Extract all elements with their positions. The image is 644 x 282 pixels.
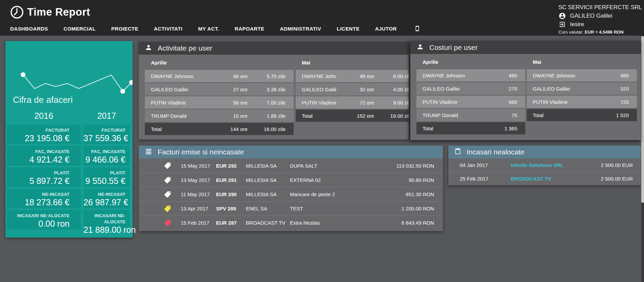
month-label: Aprilie [151, 60, 294, 65]
days-value: 9.00 zile [374, 100, 409, 106]
invoice-client: MILLESIA SA [246, 163, 290, 169]
stat-value: 21 889.00 ron [83, 225, 125, 235]
days-value: 18.00 zile [248, 126, 286, 132]
total-row: Total1 520 [527, 109, 637, 121]
days-value: 5.75 zile [248, 73, 286, 79]
activitate-pe-user-panel: Activitate pe user AprilieDWAYNE Johnson… [139, 42, 409, 139]
hours-value: 56 ore [210, 100, 248, 106]
user-row: PUTIN Vladimir720 [527, 96, 637, 108]
invoice-row[interactable]: 15 May 2017EUR 292MILLESIA SADUPA SALT11… [139, 158, 443, 173]
stat-label: FAC, INCASATE [35, 149, 70, 154]
user-row: PUTIN Vladimir560 [416, 96, 525, 108]
user-row: GALILEO Galilei270 [416, 82, 525, 95]
invoice-client: MILLESIA SA [246, 177, 290, 183]
costuri-panel-header: Costuri pe user [410, 41, 641, 54]
tag-icon [164, 176, 173, 184]
nav-item-rapoarte[interactable]: RAPOARTE [235, 26, 264, 32]
days-value: 3.38 zile [248, 87, 286, 92]
time-report-dashboard: Time Report DASHBOARDSCOMERCIALPROIECTEA… [0, 0, 644, 282]
nav-item-licente[interactable]: LICENTE [337, 26, 359, 32]
hours-value: 32 ore [336, 87, 374, 92]
cost-value: 460 [476, 73, 517, 78]
exchange-prefix: Curs valutar: [559, 30, 584, 35]
stat-label: INCASARI NE-ALOCATE [17, 213, 70, 218]
user-name: GALILEO Galilei [423, 86, 476, 92]
month-label: Aprilie [423, 59, 525, 65]
scrollbar-thumb[interactable] [641, 36, 644, 203]
receipt-date: 04 Jan 2017 [460, 162, 511, 168]
nav-item-ajutor[interactable]: AJUTOR [375, 26, 397, 32]
stat-value: 37 559.36 € [83, 133, 125, 143]
invoice-row[interactable]: 13 May 2017EUR 291MILLESIA SAEXTERNA 029… [139, 173, 443, 187]
invoice-date: 13 May 2017 [181, 177, 216, 183]
main-nav: DASHBOARDSCOMERCIALPROIECTEACTIVITATIMY … [10, 24, 420, 33]
user-row: GALILEO Galilei320 [527, 82, 637, 95]
month-label: Mai [533, 59, 637, 65]
user-row: DWAYNE Johnson480 [527, 69, 637, 81]
invoice-date: 15 Feb 2017 [181, 220, 216, 226]
hours-value: 72 ore [336, 100, 374, 106]
invoice-date: 11 May 2017 [181, 191, 216, 197]
stat-label: FAC, INCASATE [91, 149, 125, 154]
nav-item-comercial[interactable]: COMERCIAL [64, 26, 96, 32]
cost-value: 320 [588, 86, 629, 92]
clock-icon [9, 5, 24, 20]
receipt-client-link[interactable]: BROADCAST TV [511, 176, 575, 182]
receipt-client-link[interactable]: Infinite Solutions SRL [511, 162, 575, 168]
stat-value: 5 897.72 € [7, 176, 70, 186]
cifra-de-afaceri-card: Cifra de afaceri 2016 2017 FACTURAT23 19… [5, 41, 133, 238]
user-name: Total [533, 112, 588, 118]
month-column-mai: MaiDWAYNE Johnson480GALILEO Galilei320PU… [527, 54, 637, 122]
hours-value: 46 ore [210, 73, 248, 79]
company-name: SC SERVICII PERFERCTE SRL [559, 3, 642, 12]
mobile-phone-icon[interactable] [414, 24, 420, 33]
receipt-row: 25 Feb 2017BROADCAST TV2 500.00 EUR [448, 172, 641, 185]
month-column-mai: MaiDWAYNE Johnson48 ore6.00 zileGALILEO … [296, 55, 409, 123]
month-column-aprilie: AprilieDWAYNE Johnson460GALILEO Galilei2… [416, 54, 525, 135]
nav-item-proiecte[interactable]: PROIECTE [111, 26, 138, 32]
activitate-title: Activitate pe user [158, 44, 212, 52]
facturi-panel: Facturi emise si neincasate 15 May 2017E… [139, 146, 443, 231]
stat-label: NE-INCASAT [42, 192, 70, 197]
facturi-panel-header: Facturi emise si neincasate [139, 146, 443, 158]
nav-item-dashboards[interactable]: DASHBOARDS [10, 26, 48, 32]
logout-link[interactable]: Iesire [559, 20, 642, 29]
user-row: TRUMP Donald75 [416, 109, 525, 121]
invoice-amount: 851.30 RON [373, 191, 434, 197]
invoice-description: DUPA SALT [290, 163, 373, 169]
stat-label: PLATIT [54, 170, 70, 175]
cost-value: 1 365 [476, 126, 517, 131]
cifra-cell-2017: NE-INCASAT26 987.97 € [83, 189, 130, 208]
app-logo: Time Report [9, 5, 90, 20]
invoice-number: SPV 289 [216, 206, 246, 211]
exit-icon [559, 21, 566, 28]
invoice-row[interactable]: 11 May 2017EUR 290MILLESIA SAMancare de … [139, 187, 443, 201]
user-name: TRUMP Donald [151, 113, 210, 119]
stat-value: 18 273.66 € [7, 198, 70, 207]
activitate-panel-header: Activitate pe user [139, 42, 409, 55]
invoice-row[interactable]: 15 Feb 2017EUR 287BROADCAST TVExtra Nico… [139, 215, 443, 230]
user-name: Total [302, 113, 336, 119]
nav-item-administrativ[interactable]: ADMINISTRATIV [280, 26, 321, 32]
nav-item-activitati[interactable]: ACTIVITATI [154, 26, 182, 32]
cost-value: 480 [588, 73, 629, 78]
user-name: DWAYNE Johnson [533, 73, 588, 78]
nav-items: DASHBOARDSCOMERCIALPROIECTEACTIVITATIMY … [10, 26, 397, 32]
hours-value: 152 ore [336, 113, 374, 119]
cifra-stats-grid: FACTURAT23 195.08 €FACTURAT37 559.36 €FA… [5, 125, 133, 230]
app-title: Time Report [27, 6, 90, 18]
hours-value: 27 ore [210, 87, 248, 92]
clipboard-icon [454, 148, 461, 156]
user-menu[interactable]: GALILEO Galilei [559, 12, 642, 20]
cifra-years: 2016 2017 [5, 111, 133, 121]
receipt-amount: 2 500.00 EUR [575, 176, 633, 182]
invoice-description: Mancare de peste 2 [290, 191, 373, 197]
hours-value: 48 ore [336, 73, 374, 79]
invoice-row[interactable]: 13 Apr 2017SPV 289ENEL SATEST1 200.00 RO… [139, 201, 443, 215]
invoice-client: BROADCAST TV [246, 220, 290, 226]
stat-value: 9 466.06 € [83, 155, 125, 165]
user-name: PUTIN Vladimir [302, 100, 336, 106]
nav-item-my-act-[interactable]: MY ACT. [198, 26, 219, 32]
invoice-number: EUR 290 [216, 191, 246, 197]
invoice-number: EUR 287 [216, 220, 246, 226]
